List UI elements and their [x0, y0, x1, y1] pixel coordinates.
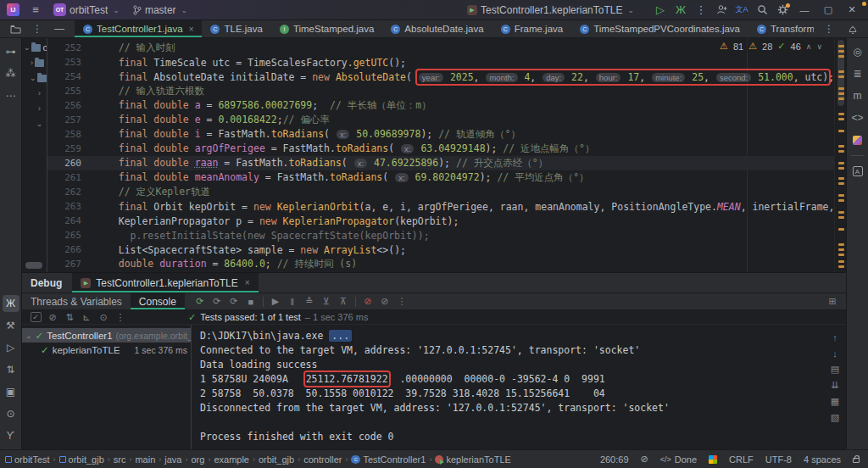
print-icon[interactable]: ▦	[826, 396, 843, 407]
step-into-icon[interactable]: ⊻	[318, 295, 335, 309]
code-editor[interactable]: ⚠81 ⚠28 ✓46 ∧ ∨ 252 // 输入时刻253 final Tim…	[47, 38, 834, 272]
minimize-icon[interactable]: —	[793, 2, 815, 19]
mute-breakpoints-icon[interactable]: ⊘	[359, 295, 376, 309]
terminal-icon[interactable]: ▣	[3, 383, 19, 400]
close-icon[interactable]: ×	[189, 25, 194, 34]
project-tool-window[interactable]: ⌄orb›⌄››⌄	[22, 38, 47, 272]
collaborate-icon[interactable]	[712, 2, 731, 19]
dependencies-icon[interactable]	[849, 131, 866, 148]
stop-icon[interactable]: ■	[242, 295, 259, 309]
project-tree-item[interactable]: ⌄	[22, 116, 47, 131]
folded-text[interactable]: ...	[329, 330, 352, 342]
project-tree-item[interactable]: ⌄	[22, 70, 47, 86]
breadcrumb-item[interactable]: example	[214, 454, 249, 465]
project-tree-item[interactable]: ⌄orb	[22, 40, 47, 55]
clear-console-icon[interactable]: ▧	[826, 412, 843, 423]
indent-style[interactable]: 4 spaces	[804, 454, 841, 465]
soft-wrap-icon[interactable]: ▤	[826, 364, 843, 375]
database-icon[interactable]: ≣	[849, 65, 866, 82]
code-line[interactable]: 262 // 定义Kepler轨道	[47, 185, 834, 199]
test-tree[interactable]: ⌄✓TestController1(org.example.orbit_gjb)…	[22, 325, 192, 449]
settings-icon[interactable]	[773, 2, 792, 19]
code-line[interactable]: 254 final AbsoluteDate initialDate = new…	[47, 70, 834, 84]
code-line[interactable]: 261 final double meanAnomaly = FastMath.…	[47, 170, 834, 185]
resume-icon[interactable]: ▶	[267, 295, 284, 309]
ime-icon[interactable]	[709, 455, 717, 464]
translate-icon[interactable]: 文A	[732, 2, 751, 19]
breadcrumb-item[interactable]: src	[114, 454, 126, 465]
pause-icon[interactable]: ‖	[284, 295, 301, 309]
editor-tab[interactable]: CTestController1.java×	[75, 20, 202, 37]
maximize-icon[interactable]: ▢	[817, 2, 839, 19]
translation-plugin-icon[interactable]: A	[849, 163, 866, 180]
services-icon[interactable]: ▷	[3, 339, 19, 356]
ai-assistant-icon[interactable]: ◎	[849, 43, 866, 60]
breadcrumb-item[interactable]: main	[135, 454, 155, 465]
breadcrumb-item[interactable]: orbitTest	[5, 454, 50, 465]
line-separator[interactable]: CRLF	[729, 454, 754, 465]
breadcrumb-item[interactable]: orbit_gjb	[259, 454, 294, 465]
problems-icon[interactable]: ⊙	[3, 405, 19, 422]
breadcrumb-item[interactable]: orbit_gjb	[59, 454, 104, 465]
notifications-bell-icon[interactable]	[844, 20, 861, 37]
run-configuration-selector[interactable]: ▶ TestController1.keplerianToTLE ⌄	[462, 3, 639, 18]
debug-tool-icon[interactable]: Ж	[3, 295, 19, 312]
rerun-failed-icon[interactable]: ⟳	[209, 295, 225, 309]
search-icon[interactable]	[753, 2, 771, 19]
todo-icon[interactable]: ⇅	[3, 361, 19, 378]
editor-tab[interactable]: CTLE.java	[202, 20, 270, 37]
code-line[interactable]: 263 final Orbit kepOrbit = new Keplerian…	[47, 199, 834, 214]
error-stripe[interactable]	[834, 38, 846, 272]
structure-icon[interactable]: ⁂	[3, 65, 19, 82]
more-icon[interactable]: ⋮	[393, 295, 410, 309]
editor-tab[interactable]: CAbsoluteDate.java	[382, 20, 492, 37]
close-icon[interactable]: ✕	[841, 2, 863, 19]
inspection-status[interactable]: </>Done	[660, 454, 697, 465]
editor-tab[interactable]: CTimeStampedPVCoordinates.java	[571, 20, 748, 37]
show-passed-icon[interactable]: ✓	[27, 310, 44, 324]
project-folder-icon[interactable]	[7, 20, 24, 37]
code-line[interactable]: 258 final double i = FastMath.toRadians(…	[47, 127, 834, 142]
breadcrumb-item[interactable]: keplerianToTLE	[435, 454, 510, 465]
code-line[interactable]: 264 KeplerianPropagator p = new Kepleria…	[47, 214, 834, 228]
project-tree-item[interactable]: ›	[22, 55, 47, 70]
tab-console[interactable]: Console	[131, 293, 185, 309]
editor-tab[interactable]: CFrame.java	[492, 20, 572, 37]
code-line[interactable]: 253 final TimeScale utc = TimeScalesFact…	[47, 55, 834, 70]
project-tree-item[interactable]: ›	[22, 101, 47, 116]
rerun-icon[interactable]: ⟳	[192, 295, 209, 309]
code-line[interactable]: 256 final double a = 6897586.00027699; /…	[47, 98, 834, 113]
commit-icon[interactable]: ⊶	[3, 43, 19, 60]
caret-position[interactable]: 260:69	[600, 454, 629, 465]
breadcrumb-item[interactable]: java	[164, 454, 181, 465]
code-line[interactable]: 267 double duration = 86400.0; // 持续时间 (…	[47, 257, 834, 271]
more-icon[interactable]: ⋮	[112, 310, 129, 324]
more-tools-icon[interactable]: ⋯	[3, 87, 19, 104]
prev-problem-icon[interactable]: ∧	[806, 42, 812, 51]
scroll-to-end-icon[interactable]: ⇊	[826, 380, 843, 391]
more-icon[interactable]: ⋮	[692, 2, 710, 19]
scroll-up-icon[interactable]: ↑	[826, 332, 843, 343]
debug-session-tab[interactable]: ▶ TestController1.keplerianToTLE ×	[72, 273, 258, 292]
vcs-branch-icon[interactable]: Ƴ	[3, 427, 19, 444]
code-line[interactable]: 260 final double raan = FastMath.toRadia…	[47, 156, 834, 170]
step-out-icon[interactable]: ⊼	[335, 295, 352, 309]
inspections-widget[interactable]: ⚠81 ⚠28 ✓46 ∧ ∨	[716, 40, 826, 53]
sort-by-duration-icon[interactable]: ⊾	[78, 310, 95, 324]
breadcrumb-item[interactable]: org	[191, 454, 204, 465]
build-icon[interactable]: ⚒	[3, 317, 19, 334]
tab-threads-variables[interactable]: Threads & Variables	[22, 293, 131, 309]
test-tree-row[interactable]: ⌄✓TestController1(org.example.orbit_gjb)…	[22, 328, 191, 343]
test-history-icon[interactable]: ⊙	[95, 310, 112, 324]
divider-dash[interactable]: —	[51, 20, 68, 37]
endpoints-icon[interactable]: <>	[849, 109, 866, 126]
show-ignored-icon[interactable]: ⊘	[44, 310, 61, 324]
sort-alphabetically-icon[interactable]: ⇅	[61, 310, 78, 324]
breadcrumb-item[interactable]: CTestController1	[351, 454, 426, 465]
close-icon[interactable]: ×	[245, 278, 250, 287]
file-encoding[interactable]: UTF-8	[765, 454, 792, 465]
writable-lock-icon[interactable]	[853, 455, 860, 463]
breadcrumb-item[interactable]: controller	[303, 454, 342, 465]
highlight-level-icon[interactable]: ⊘	[641, 454, 648, 465]
project-tree-item[interactable]: ›	[22, 86, 47, 101]
